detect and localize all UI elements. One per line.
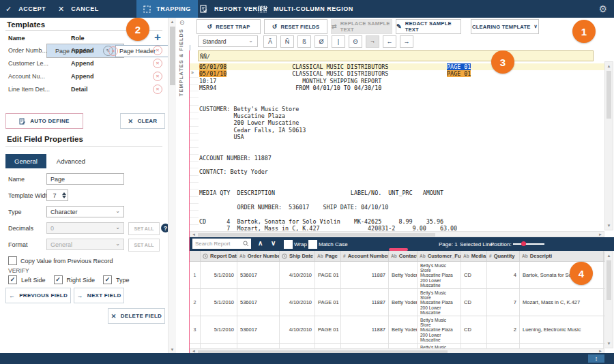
scrollbar-thumb[interactable] bbox=[170, 27, 175, 85]
scroll-right-icon[interactable]: ► bbox=[598, 232, 603, 237]
column-header-contact[interactable]: AbContact bbox=[389, 251, 418, 261]
tab-templates-and-fields[interactable]: TEMPLATES & FIELDS bbox=[178, 29, 184, 96]
column-label: Report Date bbox=[210, 253, 237, 259]
scroll-down-icon[interactable]: ▼ bbox=[605, 222, 613, 229]
auto-define-button[interactable]: AUTO DEFINE bbox=[5, 113, 83, 129]
report-vertical-scrollbar[interactable]: ▲ ▼ bbox=[604, 61, 613, 230]
remove-template-icon[interactable]: ✕ bbox=[153, 72, 162, 81]
scroll-left-icon[interactable]: ◄ bbox=[191, 232, 196, 237]
column-header-quantity[interactable]: #Quantity bbox=[487, 251, 520, 261]
decimals-value: 0 bbox=[50, 225, 54, 232]
template-width-stepper[interactable]: 7 bbox=[46, 189, 68, 201]
scrollbar-thumb[interactable] bbox=[198, 233, 435, 237]
template-name: Line Item Det... bbox=[8, 86, 50, 93]
next-field-button[interactable]: → NEXT FIELD bbox=[74, 288, 124, 303]
scroll-up-icon[interactable]: ▲ bbox=[169, 18, 176, 25]
tab-trapping[interactable]: TRAPPING bbox=[136, 0, 198, 18]
scroll-up-icon[interactable]: ▲ bbox=[605, 252, 613, 259]
table-cell: CD bbox=[461, 262, 487, 288]
number-type-icon: # bbox=[489, 254, 492, 258]
charset-select[interactable]: Standard ⌄ bbox=[198, 35, 258, 47]
position-slider[interactable] bbox=[513, 243, 544, 245]
trap-char-button[interactable]: Ñ bbox=[280, 35, 294, 48]
column-header-report-date[interactable]: Report Date bbox=[201, 251, 237, 261]
column-header-account-number[interactable]: #Account Number bbox=[341, 251, 389, 261]
table-vertical-scrollbar[interactable]: ▲ ▼ bbox=[604, 251, 613, 348]
tab-general[interactable]: General bbox=[5, 154, 46, 168]
settings-gear-icon[interactable]: ⚙ bbox=[598, 3, 607, 14]
trap-char-button[interactable]: | bbox=[332, 35, 345, 48]
table-row[interactable]: 4Betty's Music Store Muscatine Plaza bbox=[190, 344, 604, 348]
trap-char-button[interactable]: Ø bbox=[315, 35, 328, 48]
scroll-up-icon[interactable]: ▲ bbox=[605, 63, 613, 70]
add-template-button[interactable]: + bbox=[154, 31, 161, 43]
remove-template-icon[interactable]: ✕ bbox=[153, 59, 162, 68]
reset-fields-button[interactable]: ↺ RESET FIELDS bbox=[264, 19, 327, 34]
cancel-button[interactable]: ✕ CANCEL bbox=[58, 0, 99, 18]
column-header-customer-full[interactable]: AbCustomer_Full bbox=[418, 251, 461, 261]
clear-button[interactable]: ✕ CLEAR bbox=[120, 113, 165, 129]
scrollbar-thumb[interactable] bbox=[606, 260, 611, 300]
trap-char-button[interactable]: Θ bbox=[349, 35, 362, 48]
type-select[interactable]: Character ⌄ bbox=[46, 206, 124, 217]
table-cell: Betty Yoder bbox=[389, 316, 418, 343]
tab-advanced[interactable]: Advanced bbox=[49, 154, 93, 168]
wrap-checkbox[interactable] bbox=[284, 240, 293, 249]
column-header-order-number[interactable]: AbOrder Number bbox=[237, 251, 280, 261]
clear-x-icon: ✕ bbox=[128, 118, 134, 125]
fit-height-button[interactable]: ↕ bbox=[588, 354, 604, 363]
tab-multi-column-region[interactable]: MULTI-COLUMN REGION bbox=[258, 0, 353, 18]
table-row[interactable]: 25/1/20105360174/10/2010PAGE 0111887Bett… bbox=[190, 289, 604, 316]
template-row[interactable]: Customer Le...Append✕ bbox=[0, 57, 168, 70]
position-slider-thumb[interactable] bbox=[521, 241, 526, 246]
redact-sample-text-label: REDACT SAMPLE TEXT bbox=[405, 20, 460, 33]
accept-button[interactable]: ✓ ACCEPT bbox=[5, 0, 46, 18]
trap-char-button[interactable]: ← bbox=[383, 35, 396, 48]
copy-value-checkbox[interactable] bbox=[8, 256, 17, 265]
column-header-page[interactable]: AbPage bbox=[315, 251, 341, 261]
column-header-descripti[interactable]: AbDescripti bbox=[520, 251, 604, 261]
verify-right-side-checkbox[interactable] bbox=[54, 275, 63, 284]
remove-template-icon[interactable]: ✕ bbox=[153, 46, 162, 55]
pin-icon[interactable]: ⊙ bbox=[179, 19, 185, 26]
column-header-ship-date[interactable]: Ship Date bbox=[280, 251, 315, 261]
verify-left-side-checkbox[interactable] bbox=[8, 275, 17, 284]
panel-scrollbar[interactable]: ▲ ▼ bbox=[168, 18, 176, 353]
trap-char-button[interactable]: ß bbox=[297, 35, 311, 48]
table-row[interactable]: 15/1/20105360174/10/2010PAGE 0111887Bett… bbox=[190, 262, 604, 289]
stepper-arrows-icon[interactable] bbox=[62, 192, 66, 198]
search-next-icon[interactable]: ∨ bbox=[271, 239, 276, 247]
chevron-down-icon: ⌄ bbox=[115, 224, 120, 230]
table-cell: CD bbox=[461, 289, 487, 316]
scrollbar-thumb[interactable] bbox=[606, 71, 611, 119]
report-view[interactable]: ÑÑ/ 05/01/98 CLASSICAL MUSIC DISTRIBUTOR… bbox=[190, 50, 604, 232]
reset-trap-button[interactable]: ↺ RESET TRAP bbox=[196, 19, 261, 34]
report-horizontal-scrollbar[interactable]: ◄ ► bbox=[190, 231, 604, 237]
scroll-down-icon[interactable]: ▼ bbox=[169, 346, 176, 353]
table-row[interactable]: 35/1/20105360174/10/2010PAGE 0111887Bett… bbox=[190, 316, 604, 344]
template-row[interactable]: Line Item Det...Detail✕ bbox=[0, 82, 168, 95]
trap-line-input[interactable]: ÑÑ/ bbox=[198, 50, 594, 61]
clearing-template-dropdown[interactable]: CLEARING TEMPLATE ∨ bbox=[471, 19, 539, 34]
trap-char-button[interactable]: ¬ bbox=[366, 35, 379, 48]
search-previous-icon[interactable]: ∧ bbox=[258, 239, 263, 247]
copy-value-option[interactable]: Copy Value from Previous Record bbox=[8, 256, 113, 265]
verify-type-checkbox[interactable] bbox=[103, 275, 112, 284]
delete-field-button[interactable]: ✕ DELETE FIELD bbox=[108, 308, 165, 324]
extracted-data-table: Report DateAbOrder NumberShip DateAbPage… bbox=[190, 251, 604, 348]
report-lines: 05/01/98 CLASSICAL MUSIC DISTRIBUTORS PA… bbox=[190, 63, 604, 232]
column-header-media[interactable]: AbMedia bbox=[461, 251, 487, 261]
redact-sample-text-button[interactable]: ✎ REDACT SAMPLE TEXT bbox=[396, 19, 461, 34]
remove-template-icon[interactable]: ✕ bbox=[153, 85, 162, 94]
trap-char-button[interactable]: → bbox=[400, 35, 413, 48]
trap-char-button[interactable]: Ã bbox=[263, 35, 277, 48]
previous-field-button[interactable]: ← PREVIOUS FIELD bbox=[5, 288, 71, 303]
template-row[interactable]: Order Numb...Append✕ bbox=[0, 44, 168, 57]
annotation-circle-2: 2 bbox=[126, 18, 149, 41]
template-row[interactable]: Account Nu...Append✕ bbox=[0, 70, 168, 82]
verify-type-label: Type bbox=[116, 277, 130, 284]
field-name-input[interactable]: Page bbox=[46, 173, 124, 185]
match-case-checkbox[interactable] bbox=[308, 240, 317, 249]
scroll-down-icon[interactable]: ▼ bbox=[605, 340, 613, 347]
scrollbar-thumb[interactable] bbox=[198, 350, 448, 353]
